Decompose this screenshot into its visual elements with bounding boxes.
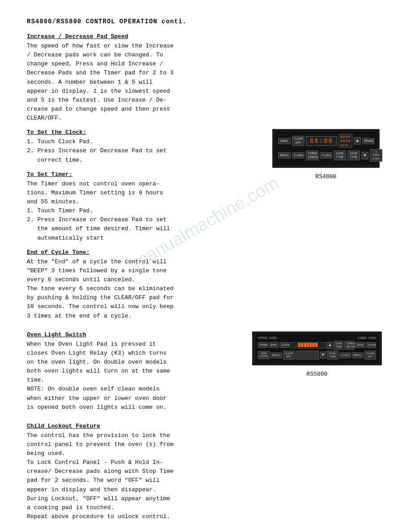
rs5800-oven-light-btn: OVENLIGHTS <box>258 351 270 359</box>
section-heading-child-lockout: Child Lockout Feature <box>27 423 384 429</box>
timer-btn: TIMERCANCEL <box>306 150 318 161</box>
section-text-timer: The Timer does not control oven opera- t… <box>27 180 257 243</box>
section-heading-timer: To Set Timer: <box>27 171 257 178</box>
section-heading-increase: Increase / Decrease Pad Speed <box>27 33 384 40</box>
bake-btn: BAKE <box>278 138 291 144</box>
rs5800-clear-off-upper-btn: CLEANOFF <box>283 351 295 360</box>
rs5800-clean-lower-btn: CLEAN <box>366 342 376 348</box>
rs4800-control-image: BAKE CLEAROFF 88:88 8888 88888888 ▲ PROB… <box>272 129 380 168</box>
section-end-of-cycle: End of Cycle Tone: At the "End" of a cyc… <box>27 249 257 321</box>
rs5800-cook-time-btn: COOKTIME <box>334 341 343 350</box>
rs5800-broil-lower-btn: BROIL <box>352 352 364 358</box>
rs5800-display: ███████ <box>290 342 326 348</box>
rs5800-arrow-down: ▼ <box>320 352 326 359</box>
rs5800-bake-upper-btn: BAKE <box>269 342 278 348</box>
section-increase-decrease: Increase / Decrease Pad Speed The speed … <box>27 33 384 123</box>
rs5800-timer-btn: TIMER/ON/OFF <box>344 341 355 350</box>
section-text-clock: 1. Touch Clock Pad. 2. Press Increase or… <box>27 137 257 164</box>
small-display: 8888 88888888 <box>338 134 352 148</box>
oven-light-btn: ★OVENLIGHT <box>370 149 382 162</box>
rs5800-probe-btn: PROBE <box>258 342 268 348</box>
section-set-timer: To Set Timer: The Timer does not control… <box>27 171 257 243</box>
clear-off-btn: CLEAROFF <box>292 136 304 146</box>
stop-time-btn: STOPTIME <box>347 150 360 161</box>
rs5800-broil-upper-btn: BROIL <box>270 352 282 358</box>
rs5800-bake-lower-btn: BAKE <box>355 342 365 348</box>
probe-btn: PROBE <box>362 138 375 144</box>
clean-btn: CLEAN <box>292 152 304 159</box>
rs4800-label: RS4800 <box>316 173 337 180</box>
broil-btn: BROIL <box>278 152 291 159</box>
page-title: RS4800/RS5800 CONTROL OPERATION conti. <box>27 18 384 25</box>
section-heading-oven-light: Oven Light Switch <box>27 331 239 338</box>
section-set-clock: To Set the Clock: 1. Touch Clock Pad. 2.… <box>27 129 257 164</box>
section-text-child-lockout: The control has the provision to lock th… <box>27 431 384 521</box>
section-oven-light: Oven Light Switch When the Oven Light Pa… <box>27 331 239 412</box>
rs5800-clock-btn: CLOCK <box>339 352 351 358</box>
section-heading-cycle: End of Cycle Tone: <box>27 249 257 256</box>
rs5800-clear-off-lower-btn: CLEAROFF <box>364 351 376 360</box>
clock-btn: CLOCK <box>320 152 332 159</box>
section-text-oven-light: When the Oven Light Pad is pressed it cl… <box>27 340 239 412</box>
cook-time-btn: COOKTIME <box>334 150 346 161</box>
section-child-lockout: Child Lockout Feature The control has th… <box>27 423 384 521</box>
section-text-cycle: At the "End" of a cycle the control will… <box>27 257 257 321</box>
main-display: 88:88 <box>306 136 337 146</box>
section-heading-clock: To Set the Clock: <box>27 129 257 136</box>
arrow-up: ▲ <box>354 137 361 145</box>
rs5800-clear-upper-btn: CLEAR <box>279 342 289 348</box>
rs5800-label: RS5800 <box>307 371 328 378</box>
section-text-increase: The speed of how fast or slow the Increa… <box>27 42 384 123</box>
rs5800-arrow-up: ▲ <box>327 342 333 349</box>
rs5800-control-image: UPPER OVEN LOWER OVEN PROBE BAKE CLEAR █… <box>252 331 382 366</box>
arrow-down: ▼ <box>361 152 368 159</box>
rs5800-stop-time-btn: STOP/TIME <box>327 351 338 360</box>
